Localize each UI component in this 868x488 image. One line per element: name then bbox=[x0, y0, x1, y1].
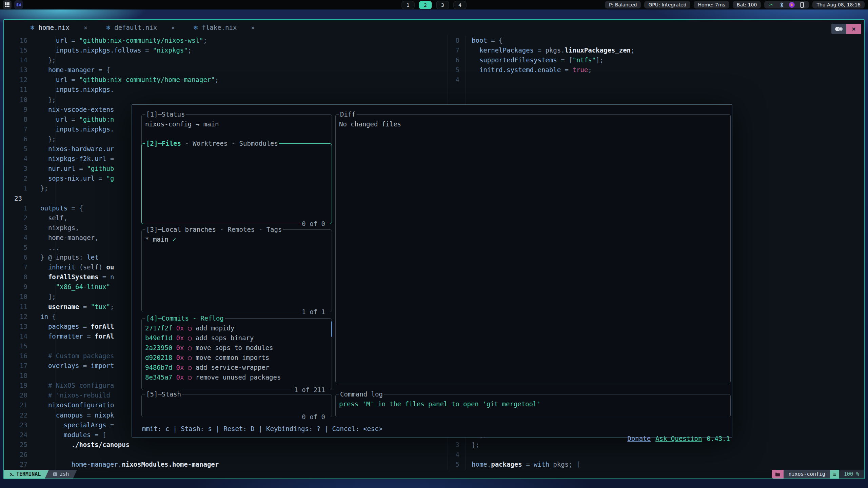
status-pill-group: P: BalancedGPU: IntegratedHome: 7msBat: … bbox=[605, 1, 761, 8]
line-number: 9 bbox=[4, 282, 27, 292]
shell-tab[interactable]: zsh bbox=[44, 470, 77, 479]
code-text: home-manager.nixosModules.home-manager bbox=[40, 460, 219, 469]
lazygit-version: 0.43.1 bbox=[707, 435, 730, 442]
code-line[interactable]: 14 }; bbox=[4, 55, 447, 65]
line-number: 7 bbox=[4, 124, 27, 134]
nix-snowflake-icon: ❄ bbox=[31, 24, 34, 31]
pane-toggle-button[interactable] bbox=[831, 24, 846, 34]
code-text: ]; bbox=[40, 292, 56, 302]
code-line[interactable]: 13 home-manager = { bbox=[4, 65, 447, 75]
commit-row[interactable]: 2717f2f 0x ○ add mopidy bbox=[145, 323, 332, 333]
top-bar-right: P: BalancedGPU: IntegratedHome: 7msBat: … bbox=[605, 1, 868, 8]
code-line[interactable]: 4 bbox=[448, 75, 635, 85]
commit-row[interactable]: b49ef1d 0x ○ add sops binary bbox=[145, 333, 332, 343]
bluetooth-icon[interactable] bbox=[778, 2, 785, 8]
tab-close-icon[interactable]: × bbox=[171, 24, 175, 31]
code-line[interactable]: 27 home-manager.nixosModules.home-manage… bbox=[4, 460, 447, 469]
code-text: # Custom packages bbox=[40, 351, 114, 361]
commits-scrollbar[interactable] bbox=[331, 321, 332, 337]
phone-icon[interactable] bbox=[799, 2, 805, 8]
tab-close-icon[interactable]: × bbox=[251, 24, 255, 31]
line-number: 22 bbox=[4, 410, 27, 420]
code-text: formatter = forAl bbox=[40, 331, 114, 341]
ask-question-link[interactable]: Ask Question bbox=[655, 435, 702, 442]
files-panel-title: [2]─Files - Worktrees - Submodules bbox=[145, 139, 279, 148]
code-text: specialArgs = bbox=[40, 420, 114, 430]
tab-default.nix[interactable]: ❄default.nix× bbox=[106, 24, 175, 31]
line-number: 19 bbox=[4, 381, 27, 390]
code-text: forAllSystems = n bbox=[40, 272, 114, 282]
window-close-button[interactable]: × bbox=[846, 24, 861, 34]
tab-close-icon[interactable]: × bbox=[84, 24, 87, 31]
commit-row[interactable]: 8e345a7 0x ○ remove unused packages bbox=[145, 372, 332, 382]
lazygit-files-panel[interactable]: [2]─Files - Worktrees - Submodules 0 of … bbox=[141, 143, 332, 224]
line-number: 10 bbox=[4, 292, 27, 302]
lazygit-command-log-panel[interactable]: Command log press 'M' in the files panel… bbox=[335, 394, 731, 417]
code-text: sops-nix.url = "g bbox=[40, 174, 114, 183]
nix-snowflake-icon: ❄ bbox=[106, 24, 110, 31]
status-pill: Home: 7ms bbox=[694, 1, 729, 8]
line-number: 5 bbox=[448, 65, 459, 75]
flame-icon[interactable] bbox=[789, 2, 795, 8]
code-text: self, bbox=[40, 213, 67, 223]
clock[interactable]: Thu Aug 08, 18:16 bbox=[812, 1, 865, 8]
workspace-1[interactable]: 1 bbox=[402, 1, 415, 9]
terminal-window: ❄home.nix×❄default.nix×❄flake.nix× × 16 … bbox=[3, 19, 865, 479]
code-text: }; bbox=[40, 55, 56, 65]
code-text: url = "github:n bbox=[40, 115, 114, 124]
code-text: # NixOS configura bbox=[40, 381, 114, 390]
status-pill: GPU: Integrated bbox=[644, 1, 690, 8]
commit-row[interactable]: 9486b7d 0x ○ add service-wrapper bbox=[145, 363, 332, 372]
commit-row[interactable]: d920218 0x ○ move common imports bbox=[145, 353, 332, 363]
tab-home.nix[interactable]: ❄home.nix× bbox=[31, 24, 87, 31]
lazygit-diff-panel[interactable]: Diff No changed files bbox=[335, 114, 731, 383]
lazygit-stash-panel[interactable]: [5]─Stash 0 of 0 bbox=[141, 394, 332, 417]
scissors-icon[interactable]: ✂ bbox=[768, 2, 774, 8]
workspace-2[interactable]: 2 bbox=[419, 1, 432, 9]
toggle-icon bbox=[835, 27, 843, 31]
line-number: 2 bbox=[4, 213, 27, 223]
editor-tab-bar: ❄home.nix×❄default.nix×❄flake.nix× bbox=[4, 20, 864, 35]
session-badge[interactable]: $W bbox=[14, 0, 23, 9]
code-line[interactable]: 12 url = "github:nix-community/home-mana… bbox=[4, 75, 447, 85]
grid-icon bbox=[5, 2, 9, 7]
code-text: nixosConfiguratio bbox=[40, 400, 114, 410]
code-line[interactable]: 5 initrd.systemd.enable = true; bbox=[448, 65, 635, 75]
code-line[interactable]: 8boot = { bbox=[448, 36, 635, 45]
top-bar-left: $W bbox=[0, 0, 23, 9]
code-line[interactable]: 15 inputs.nixpkgs.follows = "nixpkgs"; bbox=[4, 45, 447, 55]
line-number: 4 bbox=[4, 154, 27, 164]
stash-count: 0 of 0 bbox=[300, 412, 327, 422]
code-text: supportedFilesystems = ["ntfs"]; bbox=[472, 55, 604, 65]
commit-row[interactable]: 2a23950 0x ○ move sops to modules bbox=[145, 343, 332, 353]
lazygit-branches-panel[interactable]: [3]─Local branches - Remotes - Tags * ma… bbox=[141, 229, 332, 312]
line-number: 7 bbox=[448, 45, 459, 55]
code-text: canopus = nixpk bbox=[40, 410, 114, 420]
line-number: 5 bbox=[448, 460, 459, 469]
code-line[interactable]: 7 kernelPackages = pkgs.linuxPackages_ze… bbox=[448, 45, 635, 55]
code-line[interactable]: 16 url = "github:nix-community/nixos-wsl… bbox=[4, 36, 447, 45]
workspace-4[interactable]: 4 bbox=[454, 1, 467, 9]
code-text: nur.url = "github bbox=[40, 164, 114, 174]
code-line[interactable]: 6 supportedFilesystems = ["ntfs"]; bbox=[448, 55, 635, 65]
code-line[interactable]: 11 inputs.nixpkgs. bbox=[4, 85, 447, 95]
line-number: 8 bbox=[4, 115, 27, 124]
donate-link[interactable]: Donate bbox=[627, 435, 651, 442]
status-bar-right: nixos-config ≡ 100 % bbox=[772, 470, 864, 479]
code-text: nixos-hardware.ur bbox=[40, 144, 114, 154]
code-text: url = "github:nix-community/home-manager… bbox=[40, 75, 219, 85]
tab-flake.nix[interactable]: ❄flake.nix× bbox=[194, 24, 255, 31]
code-line[interactable]: 10 }; bbox=[4, 95, 447, 105]
code-text: inputs.nixpkgs.follows = "nixpkgs"; bbox=[40, 45, 192, 55]
scroll-position: 100 % bbox=[839, 470, 864, 479]
workspace-3[interactable]: 3 bbox=[436, 1, 449, 9]
app-launcher-button[interactable] bbox=[3, 0, 12, 9]
line-number: 5 bbox=[4, 243, 27, 252]
line-number: 15 bbox=[4, 341, 27, 351]
line-number: 14 bbox=[4, 55, 27, 65]
status-panel-title: [1]─Status bbox=[145, 109, 186, 119]
lazygit-commits-panel[interactable]: [4]─Commits - Reflog 2717f2f 0x ○ add mo… bbox=[141, 318, 332, 390]
code-line[interactable]: 5home.packages = with pkgs; [ bbox=[448, 460, 580, 469]
line-number: 25 bbox=[4, 440, 27, 450]
lazygit-footer-links: DonateAsk Question0.43.1 bbox=[335, 424, 730, 453]
